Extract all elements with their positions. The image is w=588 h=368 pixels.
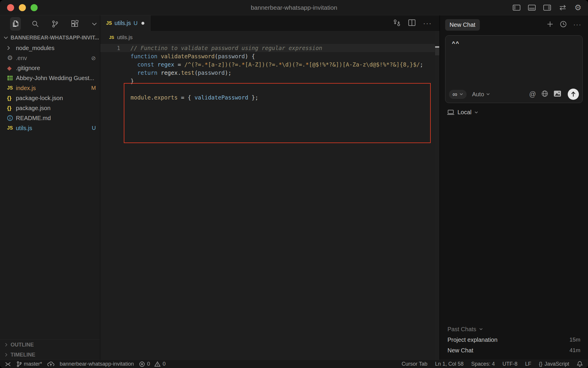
- toggle-left-sidebar-icon[interactable]: [513, 5, 520, 11]
- chevron-right-icon: [7, 46, 16, 50]
- file-row-package-json[interactable]: {} package.json: [0, 103, 100, 113]
- tab-utils-js[interactable]: JS utils.js U: [100, 15, 151, 31]
- source-control-icon[interactable]: [49, 17, 60, 31]
- file-row-gitignore[interactable]: ◆ .gitignore: [0, 63, 100, 73]
- code-line[interactable]: [100, 85, 435, 93]
- git-branch-indicator[interactable]: master*: [16, 361, 42, 367]
- settings-gear-icon[interactable]: ⚙: [574, 4, 582, 12]
- branch-icon: [16, 361, 22, 367]
- more-actions-icon[interactable]: ···: [423, 19, 432, 27]
- extensions-icon[interactable]: [69, 17, 80, 31]
- chat-input[interactable]: ^^ ∞ Auto @: [445, 35, 583, 103]
- cursor-position[interactable]: Ln 1, Col 58: [435, 361, 464, 367]
- split-editor-icon[interactable]: [408, 19, 415, 27]
- eol-setting[interactable]: LF: [525, 361, 531, 367]
- code-line[interactable]: function validatePassword(password) {: [100, 52, 435, 60]
- code-line[interactable]: module.exports = { validatePassword };: [100, 93, 435, 102]
- new-chat-tab[interactable]: New Chat: [445, 19, 480, 31]
- past-chats-header[interactable]: Past Chats: [447, 324, 580, 334]
- send-button[interactable]: [568, 89, 579, 100]
- breadcrumb[interactable]: JS utils.js: [100, 31, 440, 44]
- app-window: bannerbear-whatsapp-invitation ⚙: [0, 0, 588, 368]
- sidebar-sections: OUTLINE TIMELINE: [0, 339, 100, 360]
- notifications-bell-icon[interactable]: [577, 361, 583, 367]
- chevron-down-icon: [479, 328, 483, 330]
- activity-bar: [0, 15, 100, 32]
- js-icon: JS: [7, 85, 16, 91]
- file-row-utils-js[interactable]: JS utils.js U: [0, 123, 100, 133]
- project-name[interactable]: bannerbear-whatsapp-invitation: [60, 361, 134, 367]
- language-mode[interactable]: {} JavaScript: [539, 361, 569, 367]
- explorer-icon[interactable]: [10, 17, 21, 31]
- code-line[interactable]: }: [100, 77, 435, 85]
- search-icon[interactable]: [30, 17, 41, 31]
- indentation-setting[interactable]: Spaces: 4: [471, 361, 495, 367]
- toggle-panel-icon[interactable]: [528, 5, 536, 11]
- error-icon: [139, 361, 145, 367]
- toggle-right-sidebar-icon[interactable]: [543, 5, 551, 11]
- editor-group: JS utils.js U ··· JS utils.js 1// Functi…: [100, 15, 440, 360]
- file-row-node-modules[interactable]: node_modules: [0, 43, 100, 53]
- encoding-setting[interactable]: UTF-8: [502, 361, 517, 367]
- chevron-down-icon: [486, 93, 490, 95]
- code-editor[interactable]: 1// Functino to validate password using …: [100, 44, 435, 360]
- context-selector[interactable]: Local: [447, 109, 478, 116]
- past-chat-item[interactable]: Project explanation 15m: [447, 334, 580, 345]
- code-line[interactable]: return regex.test(password);: [100, 69, 435, 77]
- js-icon: JS: [109, 35, 114, 40]
- more-views-chevron-icon[interactable]: [89, 17, 100, 31]
- chat-panel: New Chat ··· ^^ ∞ Auto @: [440, 15, 588, 360]
- explorer-root-folder[interactable]: BANNERBEAR-WHATSAPP-INVIT...: [0, 32, 100, 43]
- file-list: node_modules ⚙ .env ⊘ ◆ .gitignore Abbey…: [0, 43, 100, 133]
- editor-scrollbar[interactable]: [435, 31, 440, 360]
- past-chat-item[interactable]: New Chat 41m: [447, 345, 580, 356]
- web-globe-icon[interactable]: [541, 90, 548, 98]
- spreadsheet-icon: [7, 75, 16, 81]
- scrollbar-thumb-shadow: [435, 48, 439, 55]
- code-line[interactable]: 1// Functino to validate password using …: [100, 44, 435, 52]
- title-bar: bannerbear-whatsapp-invitation ⚙: [0, 0, 588, 15]
- new-chat-plus-icon[interactable]: [547, 21, 553, 29]
- chat-header: New Chat ···: [445, 18, 582, 31]
- file-row-readme[interactable]: README.md: [0, 113, 100, 123]
- cloud-upload-icon: [47, 361, 54, 367]
- window-title: bannerbear-whatsapp-invitation: [0, 0, 588, 15]
- mode-selector[interactable]: Auto: [472, 91, 490, 98]
- timeline-section[interactable]: TIMELINE: [0, 350, 100, 360]
- outline-section[interactable]: OUTLINE: [0, 340, 100, 350]
- open-changes-icon[interactable]: [393, 19, 401, 28]
- gear-icon: ⚙: [7, 55, 16, 61]
- cursor-tab-toggle[interactable]: Cursor Tab: [402, 361, 427, 367]
- tab-bar: JS utils.js U: [100, 15, 440, 31]
- code-lines[interactable]: 1// Functino to validate password using …: [100, 44, 435, 102]
- file-row-spreadsheet[interactable]: Abbey-John Wedding Guest...: [0, 73, 100, 83]
- arrow-up-icon: [571, 91, 576, 97]
- code-line[interactable]: const regex = /^(?=.*[a-z])(?=.*[A-Z])(?…: [100, 60, 435, 69]
- file-row-index-js[interactable]: JS index.js M: [0, 83, 100, 93]
- remote-indicator[interactable]: [5, 361, 11, 367]
- infinity-icon: ∞: [452, 91, 457, 98]
- model-selector[interactable]: ∞: [449, 90, 467, 99]
- publish-changes-button[interactable]: [47, 361, 54, 367]
- problems-indicator[interactable]: 0 0: [139, 361, 166, 367]
- git-modified-badge: M: [91, 85, 96, 91]
- modified-dot-icon[interactable]: [141, 22, 144, 25]
- chat-history-icon[interactable]: [560, 21, 567, 29]
- git-untracked-badge: U: [92, 125, 96, 131]
- file-row-package-lock[interactable]: {} package-lock.json: [0, 93, 100, 103]
- braces-icon: {}: [539, 361, 542, 367]
- attach-image-icon[interactable]: [554, 90, 561, 98]
- explorer-root-label: BANNERBEAR-WHATSAPP-INVIT...: [11, 35, 99, 41]
- past-chats: Past Chats Project explanation 15m New C…: [440, 324, 588, 356]
- swap-layout-icon[interactable]: [559, 4, 567, 11]
- chat-input-text[interactable]: ^^: [452, 40, 460, 47]
- mention-at-icon[interactable]: @: [529, 90, 536, 98]
- remote-icon: [5, 361, 11, 367]
- warning-icon: [154, 361, 161, 367]
- chevron-right-icon: [5, 343, 8, 347]
- info-icon: [7, 115, 16, 121]
- chat-more-icon[interactable]: ···: [573, 21, 582, 29]
- file-row-env[interactable]: ⚙ .env ⊘: [0, 53, 100, 63]
- git-diamond-icon: ◆: [7, 65, 16, 71]
- chevron-right-icon: [5, 353, 8, 357]
